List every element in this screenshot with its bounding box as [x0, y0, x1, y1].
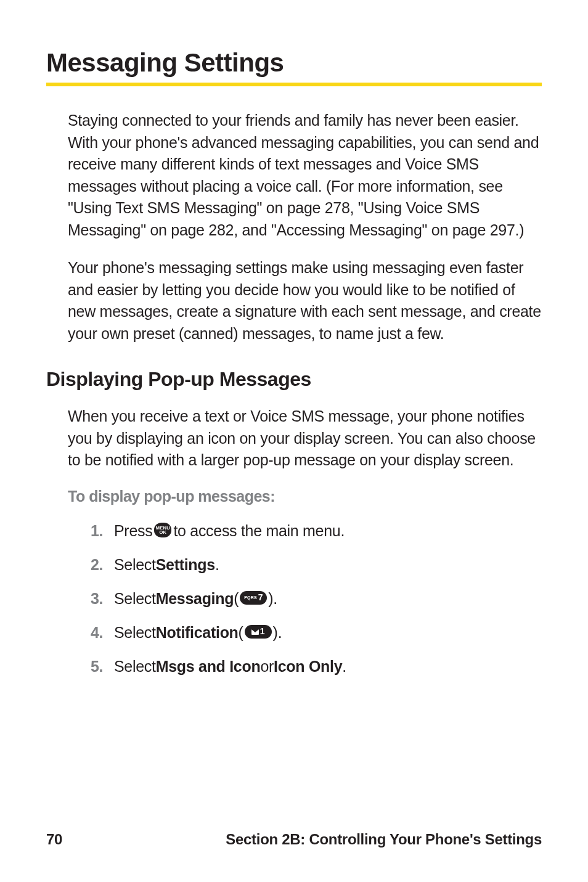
- key-number: 1: [260, 626, 265, 638]
- paren-open: (: [239, 622, 243, 643]
- step-text-prefix: Select: [114, 588, 156, 610]
- step-item-2: 2. Select Settings .: [91, 554, 542, 576]
- step-text-suffix: .: [215, 554, 219, 576]
- step-bold-text-2: Icon Only: [274, 656, 342, 677]
- section-label: Section 2B: Controlling Your Phone's Set…: [226, 831, 542, 848]
- instruction-label: To display pop-up messages:: [68, 488, 542, 505]
- step-text-prefix: Select: [114, 656, 156, 677]
- step-content: Select Settings .: [114, 554, 219, 576]
- step-text-suffix: .: [342, 656, 346, 677]
- step-number: 4.: [91, 622, 114, 643]
- intro-paragraph-1: Staying connected to your friends and fa…: [68, 110, 542, 241]
- page-number: 70: [46, 831, 62, 848]
- step-text-prefix: Select: [114, 622, 156, 643]
- step-bold-text: Messaging: [156, 588, 234, 610]
- page-heading: Messaging Settings: [46, 48, 542, 78]
- step-item-4: 4. Select Notification ( 1 ).: [91, 622, 542, 643]
- intro-paragraph-2: Your phone's messaging settings make usi…: [68, 257, 542, 345]
- step-item-5: 5. Select Msgs and Icon or Icon Only .: [91, 656, 542, 677]
- step-text-prefix: Press: [114, 520, 152, 542]
- paren-close: ).: [268, 588, 277, 610]
- step-content: Select Messaging ( PQRS 7 ).: [114, 588, 277, 610]
- step-number: 5.: [91, 656, 114, 677]
- step-item-1: 1. Press MENU OK to access the main menu…: [91, 520, 542, 542]
- step-text-suffix: to access the main menu.: [173, 520, 345, 542]
- step-number: 1.: [91, 520, 114, 542]
- step-bold-text-1: Msgs and Icon: [156, 656, 261, 677]
- step-content: Select Msgs and Icon or Icon Only .: [114, 656, 346, 677]
- keypad-7-icon: PQRS 7: [240, 591, 267, 605]
- key-letters: PQRS: [244, 595, 257, 601]
- steps-list: 1. Press MENU OK to access the main menu…: [91, 520, 542, 677]
- ok-label: OK: [159, 530, 166, 535]
- keypad-1-icon: 1: [245, 625, 272, 639]
- menu-ok-key-icon: MENU OK: [154, 523, 171, 537]
- step-content: Select Notification ( 1 ).: [114, 622, 282, 643]
- heading-underline: [46, 83, 542, 86]
- key-number: 7: [258, 592, 263, 604]
- step-item-3: 3. Select Messaging ( PQRS 7 ).: [91, 588, 542, 610]
- step-bold-text: Notification: [156, 622, 239, 643]
- page-footer: 70 Section 2B: Controlling Your Phone's …: [46, 831, 542, 848]
- step-text-prefix: Select: [114, 554, 156, 576]
- step-bold-text: Settings: [156, 554, 215, 576]
- paren-open: (: [234, 588, 239, 610]
- step-content: Press MENU OK to access the main menu.: [114, 520, 345, 542]
- section-subheading: Displaying Pop-up Messages: [46, 368, 542, 391]
- paren-close: ).: [273, 622, 282, 643]
- step-number: 2.: [91, 554, 114, 576]
- envelope-icon: [251, 629, 259, 635]
- step-or-text: or: [260, 656, 274, 677]
- step-number: 3.: [91, 588, 114, 610]
- section-paragraph: When you receive a text or Voice SMS mes…: [68, 406, 542, 472]
